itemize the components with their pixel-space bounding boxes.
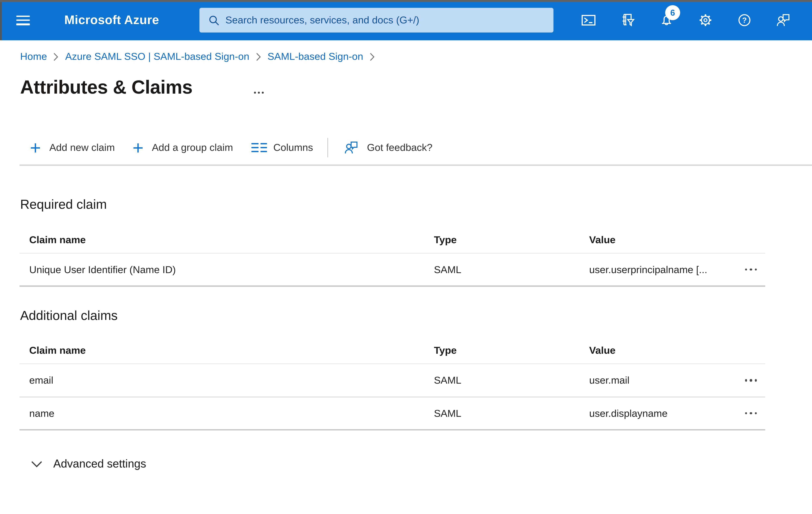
title-context-menu-icon[interactable] <box>252 90 266 96</box>
chevron-right-icon <box>53 52 59 61</box>
cell-claim-name: email <box>20 375 424 386</box>
notification-count-badge[interactable]: 6 <box>665 5 680 20</box>
cell-value: user.displayname <box>579 407 737 419</box>
window-edge-left <box>0 0 2 40</box>
plus-icon <box>31 143 40 153</box>
row-context-menu-icon[interactable] <box>737 375 765 385</box>
cell-claim-name: name <box>20 407 424 419</box>
search-icon <box>208 15 220 26</box>
table-header-row: Claim name Type Value <box>20 226 765 253</box>
table-row[interactable]: name SAML user.displayname <box>20 397 765 430</box>
col-header-claim-name: Claim name <box>20 234 424 245</box>
cell-type: SAML <box>424 407 579 419</box>
cloud-shell-icon[interactable] <box>581 12 596 28</box>
breadcrumb: Home Azure SAML SSO | SAML-based Sign-on… <box>20 51 381 62</box>
add-group-claim-button[interactable]: Add a group claim <box>133 142 233 154</box>
col-header-type: Type <box>424 234 579 245</box>
cell-value: user.mail <box>579 375 737 386</box>
columns-icon <box>251 143 267 152</box>
toolbar-divider <box>327 138 328 157</box>
additional-claims-heading: Additional claims <box>20 308 118 323</box>
col-header-claim-name: Claim name <box>20 344 424 356</box>
svg-text:?: ? <box>742 16 747 24</box>
breadcrumb-saml-signon[interactable]: SAML-based Sign-on <box>267 51 363 62</box>
chevron-down-icon <box>31 461 42 467</box>
got-feedback-button[interactable]: Got feedback? <box>344 140 433 155</box>
cell-claim-name: Unique User Identifier (Name ID) <box>20 264 424 275</box>
additional-claims-table: Claim name Type Value email SAML user.ma… <box>20 337 765 430</box>
hamburger-menu-icon[interactable] <box>16 15 30 25</box>
search-input[interactable] <box>225 14 553 26</box>
row-context-menu-icon[interactable] <box>737 408 765 418</box>
required-claim-heading: Required claim <box>20 197 107 212</box>
chevron-right-icon <box>256 52 261 61</box>
directory-filter-icon[interactable] <box>620 12 635 28</box>
toolbar-underline <box>20 164 812 165</box>
cell-type: SAML <box>424 375 579 386</box>
add-new-claim-button[interactable]: Add new claim <box>31 142 115 154</box>
azure-portal-screen: Microsoft Azure 6 <box>0 0 812 514</box>
settings-gear-icon[interactable] <box>698 12 713 28</box>
chevron-right-icon <box>370 52 375 61</box>
columns-button[interactable]: Columns <box>251 142 313 154</box>
add-group-claim-label: Add a group claim <box>152 142 233 154</box>
required-claim-table: Claim name Type Value Unique User Identi… <box>20 226 765 287</box>
breadcrumb-app-signon[interactable]: Azure SAML SSO | SAML-based Sign-on <box>65 51 249 62</box>
page-title: Attributes & Claims <box>20 77 193 98</box>
global-search[interactable] <box>199 8 553 32</box>
advanced-settings-toggle[interactable]: Advanced settings <box>31 457 146 471</box>
table-header-row: Claim name Type Value <box>20 337 765 364</box>
feedback-icon[interactable] <box>776 12 791 28</box>
window-edge-top <box>0 0 812 2</box>
command-bar: Add new claim Add a group claim Columns … <box>31 137 433 159</box>
col-header-type: Type <box>424 344 579 356</box>
col-header-value: Value <box>579 344 737 356</box>
feedback-person-icon <box>344 140 359 155</box>
brand-microsoft-azure[interactable]: Microsoft Azure <box>64 13 159 27</box>
help-icon[interactable]: ? <box>737 12 752 28</box>
table-row[interactable]: email SAML user.mail <box>20 364 765 397</box>
plus-icon <box>133 143 143 153</box>
col-header-value: Value <box>579 234 737 245</box>
top-banner: Microsoft Azure 6 <box>0 0 812 40</box>
got-feedback-label: Got feedback? <box>367 142 433 154</box>
columns-label: Columns <box>273 142 313 154</box>
row-context-menu-icon[interactable] <box>737 265 765 275</box>
advanced-settings-label: Advanced settings <box>53 457 146 471</box>
breadcrumb-home[interactable]: Home <box>20 51 47 62</box>
table-row[interactable]: Unique User Identifier (Name ID) SAML us… <box>20 253 765 287</box>
add-new-claim-label: Add new claim <box>49 142 115 154</box>
cell-type: SAML <box>424 264 579 275</box>
cell-value: user.userprincipalname [... <box>579 264 737 275</box>
